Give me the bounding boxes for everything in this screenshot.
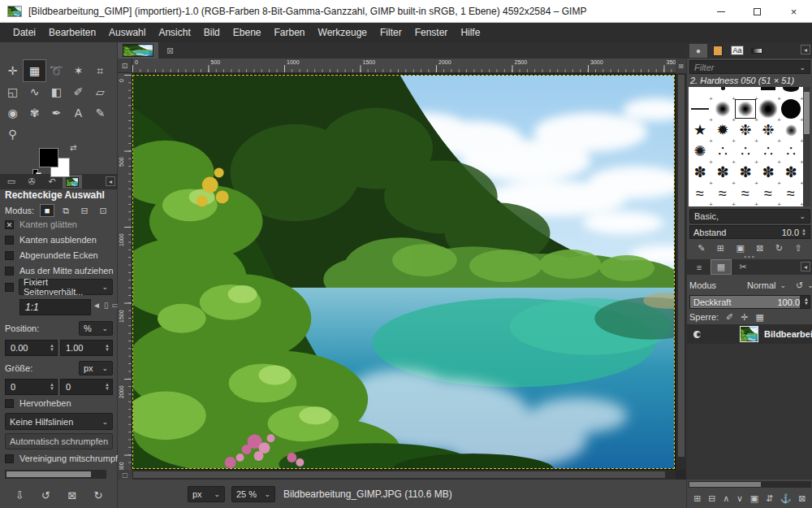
- checkbox-3[interactable]: Aus der Mitte aufziehen: [5, 264, 114, 277]
- free-select-tool-icon[interactable]: ➰: [45, 60, 67, 81]
- maximize-button[interactable]: [739, 0, 775, 23]
- menu-item-ebene[interactable]: Ebene: [227, 24, 268, 41]
- horizontal-ruler[interactable]: 0500100015002000250030003500: [132, 59, 676, 73]
- warp-transform-tool-icon[interactable]: ∿: [24, 81, 45, 102]
- move-tool-icon[interactable]: ✛: [2, 60, 24, 81]
- vertical-ruler[interactable]: 05001000150020002500: [118, 73, 132, 470]
- chevron-down-icon[interactable]: ⌄: [780, 281, 786, 289]
- layer-row[interactable]: Bildbearbei: [687, 324, 812, 344]
- brush-group-dropdown[interactable]: Basic,⌄: [689, 209, 810, 224]
- brush-cell[interactable]: ✽: [780, 162, 802, 183]
- configure-tab-icon[interactable]: ◂: [106, 176, 115, 186]
- lock-position-icon[interactable]: ✛: [741, 312, 748, 323]
- brush-cell[interactable]: ✽: [734, 162, 757, 183]
- auto-shrink-button[interactable]: Automatisch schrumpfen: [5, 433, 113, 449]
- brush-cell[interactable]: ✽: [711, 162, 734, 183]
- brush-cell[interactable]: [757, 87, 780, 98]
- image-tab[interactable]: [118, 42, 158, 59]
- mode-replace-icon[interactable]: ■: [41, 205, 54, 216]
- fixed-dropdown[interactable]: Fixiert Seitenverhält...⌄: [19, 279, 113, 295]
- transform-tool-icon[interactable]: ◱: [2, 81, 24, 102]
- canvas-image[interactable]: [132, 75, 675, 469]
- delete-tool-preset-button[interactable]: ⊠: [67, 489, 76, 501]
- size-width-input[interactable]: 0▲▼: [5, 379, 58, 395]
- zoom-tool-icon[interactable]: ⚲: [2, 124, 24, 145]
- layers-tab[interactable]: ≡: [689, 260, 709, 274]
- horizontal-scrollbar[interactable]: [132, 470, 676, 480]
- clone-tool-icon[interactable]: ◉: [2, 102, 24, 124]
- chevron-down-icon[interactable]: ⌄: [807, 281, 812, 289]
- save-tool-preset-button[interactable]: ⇩: [15, 489, 24, 501]
- menu-item-datei[interactable]: Datei: [6, 24, 42, 41]
- brush-cell[interactable]: [734, 98, 757, 119]
- text-tool-icon[interactable]: A: [67, 102, 89, 124]
- ratio-input[interactable]: 1:1: [19, 299, 91, 315]
- brush-cell[interactable]: ∴: [711, 141, 734, 162]
- minimize-button[interactable]: [702, 0, 739, 23]
- menu-item-filter[interactable]: Filter: [374, 24, 408, 41]
- menu-item-bild[interactable]: Bild: [197, 24, 227, 41]
- brush-cell[interactable]: [780, 87, 802, 98]
- menu-item-hilfe[interactable]: Hilfe: [454, 24, 486, 41]
- fuzzy-select-tool-icon[interactable]: ✶: [67, 60, 89, 81]
- position-x-input[interactable]: 0.00▲▼: [5, 340, 58, 356]
- configure-tab-icon[interactable]: ◂: [801, 262, 810, 271]
- menu-item-farben[interactable]: Farben: [268, 24, 312, 41]
- lower-layer-button[interactable]: ∨: [736, 493, 743, 504]
- new-layer-button[interactable]: ⊞: [693, 493, 701, 504]
- highlight-checkbox[interactable]: Hervorheben: [5, 397, 71, 410]
- ratio-swap-icon[interactable]: ◄: [93, 301, 101, 310]
- brush-cell[interactable]: ✽: [757, 162, 780, 183]
- brush-cell[interactable]: ★: [689, 119, 711, 141]
- ruler-origin-icon[interactable]: ⊡: [118, 59, 132, 73]
- menu-item-werkzeuge[interactable]: Werkzeuge: [312, 24, 374, 41]
- position-y-input[interactable]: 1.00▲▼: [60, 340, 113, 356]
- device-status-tab[interactable]: ✇: [22, 175, 41, 189]
- menu-item-ansicht[interactable]: Ansicht: [152, 24, 197, 41]
- lock-alpha-icon[interactable]: ▦: [756, 312, 764, 323]
- merge-layer-button[interactable]: ⇵: [766, 493, 773, 504]
- shrink-merged-checkbox[interactable]: Vereinigung mitschrumpfe: [5, 452, 123, 465]
- brush-cell[interactable]: [689, 98, 711, 119]
- brush-cell[interactable]: ✹: [711, 119, 734, 141]
- color-picker-tool-icon[interactable]: ✎: [89, 102, 111, 124]
- brush-cell[interactable]: [780, 98, 802, 119]
- brush-cell[interactable]: ≈: [711, 183, 734, 204]
- new-group-button[interactable]: ⊟: [708, 493, 715, 504]
- guides-dropdown[interactable]: Keine Hilfslinien⌄: [5, 413, 113, 430]
- crop-tool-icon[interactable]: ⌗: [89, 60, 111, 81]
- gradients-tab[interactable]: [748, 44, 766, 58]
- brush-filter-input[interactable]: Filter ⌄: [689, 60, 810, 74]
- layer-visibility-icon[interactable]: [693, 331, 701, 338]
- duplicate-layer-button[interactable]: ▣: [750, 493, 758, 504]
- brush-spacing-slider[interactable]: Abstand 10.0 ▲▼: [689, 225, 810, 239]
- mode-add-icon[interactable]: ⧉: [59, 205, 72, 216]
- bucket-fill-tool-icon[interactable]: ◧: [45, 81, 67, 102]
- size-height-input[interactable]: 0▲▼: [60, 379, 113, 395]
- checkbox-0[interactable]: ✕Kanten glätten: [5, 218, 77, 231]
- delete-brush-button[interactable]: ⊠: [756, 243, 763, 254]
- brush-cell[interactable]: ≈: [780, 183, 802, 204]
- brush-cell[interactable]: ≈: [689, 183, 711, 204]
- vertical-scrollbar[interactable]: [676, 73, 686, 470]
- brush-cell[interactable]: [711, 98, 734, 119]
- brush-cell[interactable]: ∴: [757, 141, 780, 162]
- restore-tool-preset-button[interactable]: ↺: [41, 489, 50, 501]
- tab-close-icon[interactable]: ⊠: [166, 46, 174, 59]
- layer-mode-dropdown[interactable]: Normal: [747, 280, 775, 290]
- opacity-slider[interactable]: Deckkraft 100.0 ▲▼: [689, 295, 810, 309]
- edit-brush-button[interactable]: ✎: [698, 243, 705, 254]
- brush-cell[interactable]: ∴: [780, 141, 802, 162]
- mode-reset-icon[interactable]: ↺: [796, 280, 803, 291]
- patterns-tab[interactable]: [709, 44, 727, 58]
- navigation-icon[interactable]: ⊞: [676, 59, 686, 73]
- menu-item-fenster[interactable]: Fenster: [408, 24, 455, 41]
- delete-layer-button[interactable]: ⊠: [798, 493, 806, 504]
- anchor-layer-button[interactable]: ⚓: [780, 493, 792, 504]
- brush-cell[interactable]: ✺: [689, 141, 711, 162]
- swap-colors-icon[interactable]: ⇄: [70, 143, 76, 152]
- rectangle-select-tool-icon[interactable]: ▦: [24, 60, 45, 81]
- channels-tab[interactable]: ▦: [711, 260, 731, 274]
- close-button[interactable]: ×: [775, 0, 812, 23]
- foreground-color-swatch[interactable]: [39, 148, 58, 167]
